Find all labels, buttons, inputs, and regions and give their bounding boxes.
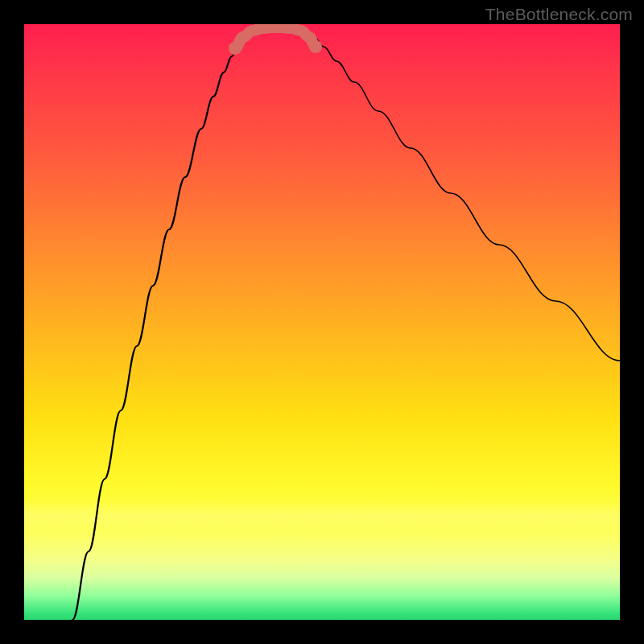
watermark-text: TheBottleneck.com [485,5,633,24]
valley-endpoint-left [229,42,242,55]
plot-area [24,24,620,620]
valley-endpoint-right [309,40,322,53]
valley-marker [235,27,316,48]
chart-stage: TheBottleneck.com [0,0,644,644]
curve-right-branch [308,32,620,361]
curve-left-branch [72,32,248,620]
curve-layer [24,24,620,620]
